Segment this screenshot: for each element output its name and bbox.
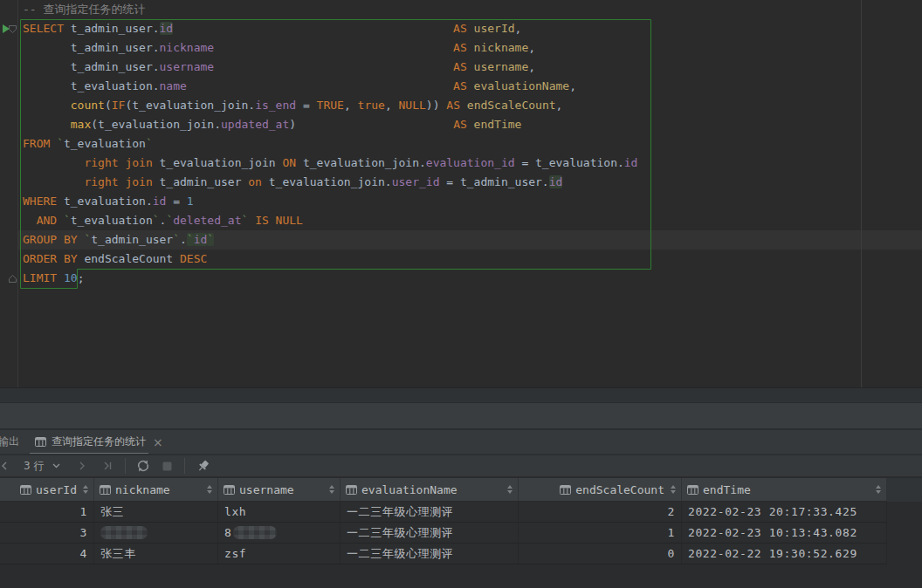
column-header-label: nickname [115,483,170,496]
table-cell-evaluationName[interactable]: 一二三年级心理测评 [341,502,519,522]
code-token: id [160,22,174,35]
cell-value: 4 [80,547,87,560]
last-page-button[interactable] [100,458,115,474]
sort-icon[interactable] [207,485,212,494]
code-token: ORDER BY [23,252,84,265]
table-cell-endTime[interactable]: 2022-02-23 10:13:43.082 [682,523,887,543]
code-token: AS [453,79,473,92]
code-line: FROM `t_evaluation` [23,134,637,154]
code-token: updated_at [221,118,289,131]
column-header-username[interactable]: username [218,478,341,501]
table-cell-nickname[interactable]: 张三丰 [94,544,218,564]
code-token: endScaleCount [467,99,556,112]
table-cell-endScaleCount[interactable]: 0 [519,544,682,564]
code-token: FROM [23,137,57,150]
code-token: id [549,175,563,188]
next-page-button[interactable] [74,458,90,474]
code-token: LIMIT [23,271,64,284]
code-token: endScaleCount [84,252,180,265]
table-cell-endTime[interactable]: 2022-02-23 20:17:33.425 [682,502,887,522]
table-cell-userId[interactable]: 3 [0,523,94,543]
code-line: max(t_evaluation_join.updated_at) AS end… [23,115,637,134]
cell-value: 0 [668,547,675,560]
code-line: right join t_admin_user on t_evaluation_… [23,173,637,192]
sql-editor[interactable]: -- 查询指定任务的统计SELECT t_admin_user.id AS us… [0,0,922,387]
code-token: nickname [160,41,215,54]
pin-tab-button[interactable] [195,458,210,474]
code-line: LIMIT 10; [23,269,637,288]
cell-value: 张三 [100,504,124,520]
table-cell-nickname[interactable]: 张三 [94,502,218,522]
code-token: t_admin_user. [23,60,160,73]
code-token: IS NULL [255,214,303,227]
code-token [173,22,453,35]
column-header-nickname[interactable]: nickname [94,478,218,501]
cell-value: 张三丰 [100,546,136,562]
code-token: t_admin_user [91,233,173,246]
tab-query-result[interactable]: 查询指定任务的统计 × [27,430,171,454]
column-header-evaluationName[interactable]: evaluationName [341,478,519,501]
cell-value: 1 [668,526,675,539]
code-token [23,118,71,131]
code-line: -- 查询指定任务的统计 [23,0,637,19]
cell-value: 2 [668,505,675,518]
table-cell-endTime[interactable]: 2022-02-22 19:30:52.629 [682,544,887,564]
table-grid-icon [35,437,46,447]
code-token: id [153,195,167,208]
code-token: nickname [474,41,529,54]
refresh-button[interactable] [135,458,151,474]
code-line: right join t_evaluation_join ON t_evalua… [23,154,637,173]
page-size-label[interactable]: 3 行 [24,459,44,474]
code-token: AS [453,118,473,131]
cell-value: 一二三年级心理测评 [347,546,453,562]
code-line: GROUP BY `t_admin_user`.`id` [23,230,637,250]
cell-value: 1 [80,505,87,518]
stop-button[interactable] [159,458,175,474]
table-cell-username[interactable]: 8 [218,523,341,543]
code-token: evaluationName [474,79,570,92]
code-token: IF [112,99,126,112]
sort-icon[interactable] [876,485,881,494]
code-token: name [160,79,187,92]
table-cell-evaluationName[interactable]: 一二三年级心理测评 [341,544,519,564]
sort-icon[interactable] [329,485,334,494]
first-page-button[interactable] [0,458,12,474]
column-header-endScaleCount[interactable]: endScaleCount [519,478,682,501]
table-cell-nickname[interactable] [94,523,218,543]
column-grid-icon [224,485,235,495]
page-size-dropdown-icon[interactable] [51,458,61,474]
table-cell-userId[interactable]: 1 [0,502,94,522]
column-header-label: username [239,483,294,496]
sort-icon[interactable] [83,485,88,494]
table-cell-userId[interactable]: 4 [0,544,94,564]
code-token: t_admin_user. [71,22,160,35]
splitter-band[interactable] [0,388,922,403]
code-token: userId [474,22,515,35]
code-line: t_admin_user.nickname AS nickname, [23,38,637,58]
code-token: ` [64,214,71,227]
results-toolbar: 3 行 [0,455,922,478]
sort-icon[interactable] [671,485,676,494]
cell-value: 2022-02-23 20:17:33.425 [688,505,857,518]
code-token: WHERE [23,195,64,208]
table-cell-endScaleCount[interactable]: 1 [519,523,682,543]
code-token: t_admin_user [160,175,249,188]
code-token: 1 [187,195,194,208]
code-token: ` [57,137,64,150]
table-cell-endScaleCount[interactable]: 2 [519,502,682,522]
code-token: 10 [64,271,78,284]
tab-output[interactable]: 输出 [0,430,27,454]
column-header-endTime[interactable]: endTime [682,478,887,501]
table-row: 38一二三年级心理测评12022-02-23 10:13:43.082 [0,523,887,544]
code-token: t_evaluation [71,214,153,227]
code-line: ORDER BY endScaleCount DESC [23,250,637,269]
column-header-userId[interactable]: userId [0,478,94,501]
table-cell-evaluationName[interactable]: 一二三年级心理测评 [341,523,519,543]
sort-icon[interactable] [507,485,513,494]
table-cell-username[interactable]: zsf [218,544,341,564]
code-token: , [528,60,535,73]
code-token: ; [78,271,85,284]
table-cell-username[interactable]: lxh [218,502,341,522]
close-tab-icon[interactable]: × [153,436,163,448]
code-token: t_evaluation_join [160,156,283,169]
